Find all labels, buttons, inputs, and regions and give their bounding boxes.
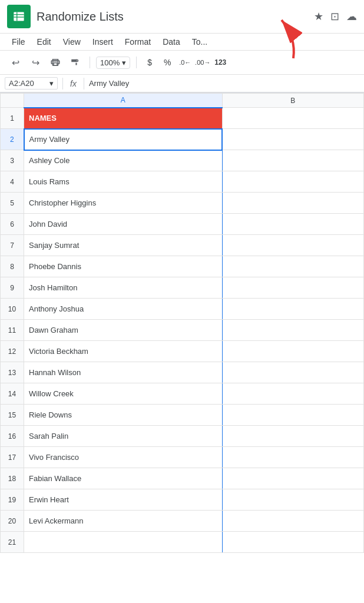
cell-a-16[interactable]: Sarah Palin: [24, 426, 223, 447]
cell-b-19[interactable]: [222, 489, 363, 511]
menu-file[interactable]: File: [7, 35, 30, 49]
cell-a-11[interactable]: Dawn Graham: [24, 320, 223, 341]
svg-rect-6: [54, 63, 57, 66]
table-row[interactable]: 11Dawn Graham: [1, 320, 364, 341]
folder-icon[interactable]: ⊡: [330, 10, 339, 23]
decimal-increase-button[interactable]: .00→: [196, 55, 210, 69]
cell-reference[interactable]: A2:A20 ▾: [5, 77, 58, 90]
redo-button[interactable]: ↪: [27, 54, 44, 71]
cell-a-6[interactable]: John David: [24, 214, 223, 235]
cell-a-10[interactable]: Anthony Joshua: [24, 299, 223, 320]
paint-format-button[interactable]: [67, 54, 84, 71]
cell-a-2[interactable]: Army Valley: [24, 129, 223, 150]
menu-insert[interactable]: Insert: [88, 35, 118, 49]
table-row[interactable]: 20Levi Ackermann: [1, 511, 364, 532]
row-number: 16: [1, 426, 24, 447]
cell-b-9[interactable]: [222, 277, 363, 299]
cell-a-8[interactable]: Phoebe Dannis: [24, 256, 223, 277]
cell-b-3[interactable]: [222, 150, 363, 171]
cell-a-5[interactable]: Christopher Higgins: [24, 193, 223, 214]
spreadsheet-table: A B 1NAMES2Army Valley3Ashley Cole4Louis…: [0, 93, 364, 553]
row-number: 21: [1, 532, 24, 553]
undo-button[interactable]: ↩: [7, 54, 24, 71]
star-icon[interactable]: ★: [314, 10, 323, 23]
cell-a-21[interactable]: [24, 532, 223, 553]
decimal-decrease-button[interactable]: .0←: [178, 55, 192, 69]
table-row[interactable]: 16Sarah Palin: [1, 426, 364, 447]
print-button[interactable]: [47, 54, 64, 71]
table-row[interactable]: 14Willow Creek: [1, 383, 364, 405]
cell-a-15[interactable]: Riele Downs: [24, 405, 223, 426]
row-number: 11: [1, 320, 24, 341]
column-b-header[interactable]: B: [222, 94, 363, 108]
row-number: 18: [1, 468, 24, 489]
table-row[interactable]: 6John David: [1, 214, 364, 235]
cell-b-1[interactable]: [222, 108, 363, 129]
menu-format[interactable]: Format: [120, 35, 155, 49]
cell-b-13[interactable]: [222, 362, 363, 383]
table-row[interactable]: 13Hannah Wilson: [1, 362, 364, 383]
table-row[interactable]: 2Army Valley: [1, 129, 364, 150]
table-row[interactable]: 18Fabian Wallace: [1, 468, 364, 489]
cell-b-6[interactable]: [222, 214, 363, 235]
formula-content[interactable]: Army Valley: [89, 79, 359, 88]
menu-data[interactable]: Data: [158, 35, 185, 49]
table-row[interactable]: 3Ashley Cole: [1, 150, 364, 171]
cell-b-11[interactable]: [222, 320, 363, 341]
cell-b-2[interactable]: [222, 129, 363, 150]
menu-edit[interactable]: Edit: [32, 35, 56, 49]
table-row[interactable]: 12Victoria Beckham: [1, 341, 364, 362]
cell-a-9[interactable]: Josh Hamilton: [24, 277, 223, 299]
percent-button[interactable]: %: [160, 55, 174, 69]
cell-a-12[interactable]: Victoria Beckham: [24, 341, 223, 362]
cell-b-17[interactable]: [222, 447, 363, 468]
title-bar: Randomize Lists ★ ⊡ ☁: [0, 0, 364, 34]
cell-a-17[interactable]: Vivo Francisco: [24, 447, 223, 468]
table-row[interactable]: 19Erwin Heart: [1, 489, 364, 511]
cell-b-14[interactable]: [222, 383, 363, 405]
row-number: 14: [1, 383, 24, 405]
cell-a-13[interactable]: Hannah Wilson: [24, 362, 223, 383]
table-row[interactable]: 15Riele Downs: [1, 405, 364, 426]
cell-a-4[interactable]: Louis Rams: [24, 171, 223, 193]
cell-b-21[interactable]: [222, 532, 363, 553]
table-row[interactable]: 10Anthony Joshua: [1, 299, 364, 320]
cell-b-7[interactable]: [222, 235, 363, 256]
zoom-control[interactable]: 100% ▾: [96, 57, 130, 69]
row-number: 8: [1, 256, 24, 277]
cell-b-5[interactable]: [222, 193, 363, 214]
number-format-button[interactable]: 123: [213, 55, 227, 69]
table-row[interactable]: 1NAMES: [1, 108, 364, 129]
cell-a-19[interactable]: Erwin Heart: [24, 489, 223, 511]
row-number: 20: [1, 511, 24, 532]
cell-a-14[interactable]: Willow Creek: [24, 383, 223, 405]
table-row[interactable]: 9Josh Hamilton: [1, 277, 364, 299]
cell-a-1[interactable]: NAMES: [24, 108, 223, 129]
cell-b-15[interactable]: [222, 405, 363, 426]
cell-b-10[interactable]: [222, 299, 363, 320]
row-number: 19: [1, 489, 24, 511]
column-a-header[interactable]: A: [24, 94, 223, 108]
table-row[interactable]: 21: [1, 532, 364, 553]
cell-b-16[interactable]: [222, 426, 363, 447]
menu-view[interactable]: View: [58, 35, 85, 49]
table-row[interactable]: 7Sanjay Sumrat: [1, 235, 364, 256]
cloud-icon[interactable]: ☁: [346, 10, 357, 23]
table-row[interactable]: 4Louis Rams: [1, 171, 364, 193]
menu-tools[interactable]: To...: [187, 35, 212, 49]
table-row[interactable]: 17Vivo Francisco: [1, 447, 364, 468]
cell-b-12[interactable]: [222, 341, 363, 362]
cell-b-4[interactable]: [222, 171, 363, 193]
cell-a-20[interactable]: Levi Ackermann: [24, 511, 223, 532]
toolbar: ↩ ↪ 100% ▾ $ % .0← .00→ 123: [0, 51, 364, 75]
cell-a-18[interactable]: Fabian Wallace: [24, 468, 223, 489]
cell-a-7[interactable]: Sanjay Sumrat: [24, 235, 223, 256]
table-row[interactable]: 8Phoebe Dannis: [1, 256, 364, 277]
currency-button[interactable]: $: [143, 55, 157, 69]
table-row[interactable]: 5Christopher Higgins: [1, 193, 364, 214]
cell-ref-dropdown-icon[interactable]: ▾: [49, 79, 54, 88]
cell-a-3[interactable]: Ashley Cole: [24, 150, 223, 171]
cell-b-18[interactable]: [222, 468, 363, 489]
cell-b-8[interactable]: [222, 256, 363, 277]
cell-b-20[interactable]: [222, 511, 363, 532]
